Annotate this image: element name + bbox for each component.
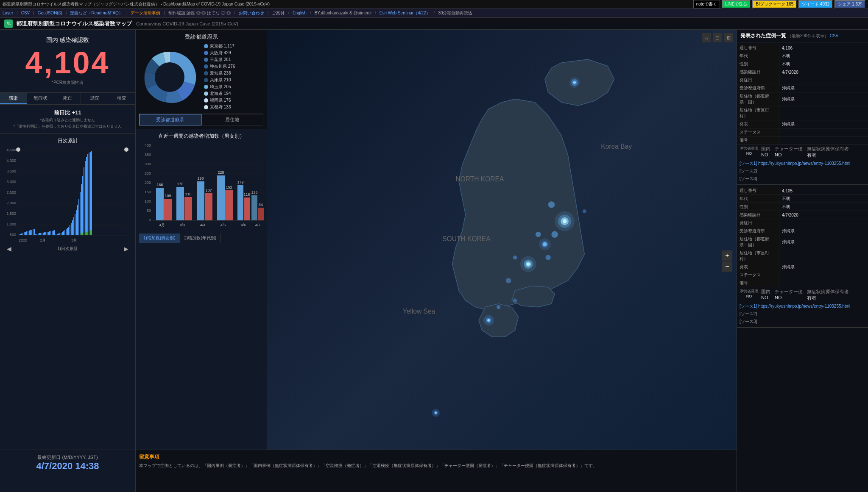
svg-rect-26 [26, 231, 27, 235]
svg-rect-74 [87, 154, 88, 235]
nav-layer[interactable]: Layer [3, 11, 13, 15]
tweet-button[interactable]: ツイート 4932 [798, 0, 833, 8]
svg-text:250: 250 [145, 171, 151, 175]
svg-rect-53 [61, 233, 61, 235]
svg-text:4/4: 4/4 [200, 223, 206, 227]
svg-rect-67 [78, 199, 79, 235]
svg-text:179: 179 [237, 180, 243, 184]
notes-box: 留意事項 本マップで症例としているのは、「国内事例（発症者）」「国内事例（無症状… [136, 450, 737, 492]
svg-rect-50 [57, 234, 58, 235]
source-4105-1[interactable]: [ソース1] https://ryukyushimpo.jp/news/entr… [737, 303, 868, 310]
prefecture-title: 受診都道府県 [139, 33, 263, 41]
nav-data[interactable]: データ活用事例 [131, 10, 160, 16]
infection-count-box: 国内 感染確認数 4,104 *PCR検査陽性者 [0, 30, 135, 93]
tab-infection[interactable]: 感染 [0, 93, 27, 104]
daily-chart-svg: 4,500 4,000 3,500 3,000 2,500 2,000 1,50… [3, 146, 128, 244]
svg-text:0: 0 [149, 218, 151, 222]
svg-rect-72 [85, 161, 86, 235]
svg-text:1,500: 1,500 [6, 211, 16, 216]
flag2-mhlw: 厚労省発表 NO [740, 289, 759, 301]
zoom-in-button[interactable]: + [722, 250, 732, 261]
legend-dot-kanagawa [204, 64, 208, 69]
tab-reception[interactable]: 受診都道府県 [139, 114, 201, 125]
case-row-residence-pref: 居住地（都道府県・国） 沖縄県 [737, 92, 868, 106]
legend-dot-hyogo [204, 78, 208, 82]
nav-secret[interactable]: 制作秘話:論座 ◎ ◎ はてな ◎ ◎ [168, 10, 231, 16]
source-4106-1[interactable]: [ソース1] https://ryukyushimpo.jp/news/entr… [737, 160, 868, 167]
slider-prev[interactable]: ◀ [7, 245, 11, 252]
tab-discharge[interactable]: 退院 [81, 93, 108, 104]
nav-by: BY:@oohamazaki & @aimerci [315, 11, 371, 15]
svg-rect-30 [31, 230, 32, 235]
prefecture-box: 受診都道府県 [136, 30, 267, 129]
svg-rect-52 [59, 233, 60, 235]
tab-residence[interactable]: 居住地 [201, 114, 264, 125]
tab-asymptomatic[interactable]: 無症状 [27, 93, 54, 104]
svg-text:SOUTH KOREA: SOUTH KOREA [442, 235, 491, 242]
svg-text:137: 137 [205, 188, 212, 192]
svg-text:118: 118 [185, 192, 191, 196]
tab-test[interactable]: 検査 [108, 93, 135, 104]
nav-esri[interactable]: Esri Web Seminar（4/22） [380, 10, 430, 16]
nav-bar: Layer | CSV | GeoJSON(β) | 定義など（Readme&F… [0, 8, 868, 18]
nav-english[interactable]: English [293, 11, 307, 15]
bi-button[interactable]: BIブックマーク 165 [752, 0, 797, 8]
svg-point-148 [527, 263, 530, 265]
legend-osaka: 大阪府 429 [204, 50, 235, 56]
svg-text:4/7: 4/7 [255, 223, 261, 227]
daily-chart-area: 日次累計 4,500 4,000 3,500 3,000 2,500 2,000… [0, 134, 135, 492]
chart-tab-age[interactable]: 2)増加数(年代別) [180, 233, 221, 243]
zoom-out-button[interactable]: − [722, 261, 732, 272]
map-panel: ⌂ ☰ ⊞ [267, 30, 737, 492]
nav-contact[interactable]: お問い合わせ [239, 10, 264, 16]
svg-text:64: 64 [259, 203, 263, 207]
share-button[interactable]: シェア 1.6万 [835, 0, 865, 8]
nav-geo[interactable]: GeoJSON(β) [38, 11, 62, 15]
svg-text:3,500: 3,500 [6, 169, 16, 173]
svg-text:109: 109 [165, 194, 171, 198]
svg-point-159 [536, 232, 541, 237]
chart-tabs: 1)増加数(男女別) 2)増加数(年代別) [139, 233, 263, 243]
case-row-age: 年代 不明 [737, 52, 868, 60]
svg-text:116: 116 [243, 192, 250, 197]
line-button[interactable]: LINEで送る [722, 0, 751, 8]
svg-text:2月: 2月 [40, 238, 46, 242]
svg-text:500: 500 [10, 233, 16, 237]
case2-row-note: 備号 [737, 279, 868, 287]
nav-readme[interactable]: 定義など（Readme&FAQ） [70, 10, 123, 16]
source-4105-2: [ソース2] [737, 310, 868, 318]
legend-dot-hokkaido [204, 92, 208, 96]
svg-rect-73 [86, 157, 87, 235]
nav-csv[interactable]: CSV [21, 11, 30, 15]
legend-dot-aichi [204, 71, 208, 75]
svg-point-158 [548, 201, 555, 208]
tab-death[interactable]: 死亡 [54, 93, 81, 104]
svg-rect-131 [237, 185, 243, 220]
source-4106-2: [ソース2] [737, 167, 868, 175]
svg-rect-111 [156, 188, 164, 220]
slider-next[interactable]: ▶ [124, 245, 128, 252]
svg-text:2,500: 2,500 [6, 190, 16, 195]
svg-point-165 [513, 298, 517, 302]
map-background[interactable]: ⌂ ☰ ⊞ [267, 30, 737, 492]
svg-rect-23 [22, 233, 23, 235]
nav-separator11: / [434, 11, 435, 15]
case2-row-gender: 性別 不明 [737, 203, 868, 211]
svg-rect-64 [75, 214, 75, 235]
case2-row-residence-city: 居住地（市区町村） [737, 249, 868, 263]
svg-rect-58 [67, 228, 68, 235]
page-title-top: 都道府県別新型コロナウイルス感染者数マップ（ジャッグジャパン株式会社提供） - … [3, 1, 270, 7]
svg-text:4/3: 4/3 [180, 223, 185, 227]
svg-rect-25 [25, 232, 26, 235]
svg-rect-29 [30, 230, 31, 235]
svg-rect-60 [70, 225, 70, 235]
svg-rect-45 [50, 231, 51, 235]
flag-mhlw: 厚労省発表 NO [740, 146, 759, 158]
svg-rect-70 [82, 176, 83, 235]
csv-download-link[interactable]: CSV [830, 33, 839, 38]
chart-tab-gender[interactable]: 1)増加数(男女別) [139, 233, 180, 243]
nav-separator2: | [33, 11, 34, 15]
svg-rect-24 [24, 232, 25, 235]
note-button[interactable]: noteで書く [693, 0, 720, 8]
svg-rect-21 [20, 234, 21, 235]
